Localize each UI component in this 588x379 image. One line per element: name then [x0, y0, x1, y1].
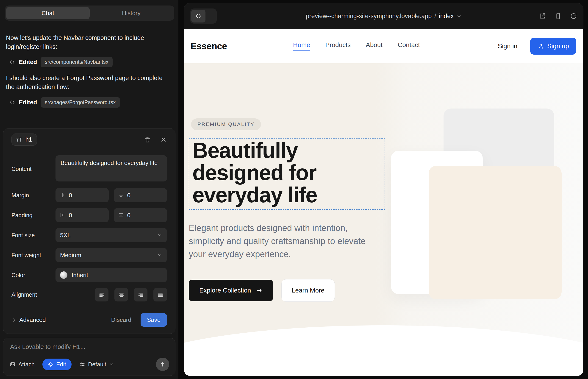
chevron-down-icon — [456, 14, 461, 19]
lovable-chat-panel: Chat History Now let's update the Navbar… — [0, 0, 178, 379]
font-size-label: Font size — [12, 232, 56, 238]
align-center-button[interactable] — [114, 288, 128, 301]
sign-up-button[interactable]: Sign up — [530, 38, 576, 55]
chat-composer: Attach Edit Default — [3, 338, 175, 376]
mobile-view-icon[interactable] — [554, 12, 562, 20]
url-separator: / — [434, 13, 436, 20]
explore-collection-button[interactable]: Explore Collection — [189, 280, 273, 301]
color-value: Inherit — [72, 272, 88, 279]
selected-element-tag[interactable]: TT h1 — [12, 134, 37, 146]
learn-more-button[interactable]: Learn More — [281, 279, 335, 302]
save-button[interactable]: Save — [140, 313, 167, 327]
editor-header: TT h1 — [12, 134, 167, 146]
preview-url[interactable]: preview--charming-site-symphony.lovable.… — [306, 13, 462, 20]
tab-history[interactable]: History — [90, 7, 173, 19]
padding-label: Padding — [12, 212, 56, 219]
nav-link-home[interactable]: Home — [293, 41, 310, 51]
attach-button[interactable]: Attach — [10, 361, 35, 368]
alignment-label: Alignment — [12, 291, 56, 298]
arrow-right-icon — [256, 287, 263, 294]
panel-tabs: Chat History — [5, 5, 174, 21]
padding-vertical-input[interactable]: 0 — [114, 208, 167, 222]
close-editor-icon[interactable] — [160, 136, 167, 143]
advanced-label: Advanced — [19, 316, 46, 323]
discard-button[interactable]: Discard — [111, 316, 131, 323]
padding-vertical-value: 0 — [127, 212, 130, 219]
chevron-right-icon — [12, 317, 16, 323]
sliders-icon — [79, 361, 85, 367]
preview-toolbar: preview--charming-site-symphony.lovable.… — [184, 3, 583, 29]
font-size-select[interactable]: 5XL — [56, 228, 167, 242]
chat-message: I should also create a Forgot Password p… — [6, 74, 167, 92]
send-button[interactable] — [156, 358, 169, 371]
person-icon — [538, 43, 544, 49]
selected-element-outline[interactable]: Beautifully designed for everyday life — [189, 138, 385, 210]
hero-paragraph: Elegant products designed with intention… — [189, 222, 371, 261]
align-left-button[interactable] — [95, 288, 108, 301]
font-size-row: Font size 5XL — [12, 228, 167, 242]
code-view-toggle[interactable] — [190, 8, 217, 24]
padding-vertical-icon — [118, 212, 124, 218]
sign-up-label: Sign up — [547, 42, 569, 50]
explore-collection-label: Explore Collection — [199, 287, 251, 294]
margin-row: Margin 0 0 — [12, 188, 167, 202]
edited-file-row[interactable]: Edited src/pages/ForgotPassword.tsx — [9, 97, 172, 108]
font-weight-label: Font weight — [12, 252, 56, 259]
margin-horizontal-input[interactable]: 0 — [56, 188, 109, 202]
decorative-bottom-curve — [184, 325, 583, 376]
site-navbar: Essence Home Products About Contact Sign… — [184, 29, 583, 63]
edited-label: Edited — [19, 99, 37, 106]
premium-quality-badge: PREMIUM QUALITY — [191, 118, 261, 130]
default-label: Default — [88, 361, 106, 368]
delete-element-button[interactable] — [144, 136, 151, 143]
color-swatch — [60, 271, 67, 279]
chevron-down-icon — [109, 362, 114, 367]
margin-vertical-input[interactable]: 0 — [114, 188, 167, 202]
padding-horizontal-input[interactable]: 0 — [56, 208, 109, 222]
edited-file-row[interactable]: Edited src/components/Navbar.tsx — [9, 57, 172, 67]
element-tag-label: h1 — [25, 136, 32, 143]
open-in-new-tab-icon[interactable] — [539, 12, 546, 20]
site-brand[interactable]: Essence — [191, 41, 227, 51]
align-right-button[interactable] — [134, 288, 147, 301]
content-input[interactable]: Beautifully designed for everyday life — [56, 155, 167, 181]
file-path-badge[interactable]: src/pages/ForgotPassword.tsx — [41, 97, 120, 108]
font-weight-select[interactable]: Medium — [56, 248, 167, 262]
preview-panel: preview--charming-site-symphony.lovable.… — [178, 0, 588, 379]
sign-in-link[interactable]: Sign in — [498, 42, 517, 50]
nav-link-products[interactable]: Products — [325, 41, 351, 51]
model-default-button[interactable]: Default — [79, 361, 114, 368]
margin-horizontal-value: 0 — [69, 192, 72, 199]
edit-mode-button[interactable]: Edit — [42, 359, 72, 370]
margin-vertical-icon — [118, 192, 124, 198]
arrow-up-icon — [159, 361, 166, 367]
attach-label: Attach — [18, 361, 35, 368]
hero-section: PREMIUM QUALITY Beautifully designed for… — [184, 63, 583, 376]
margin-label: Margin — [12, 192, 56, 199]
target-icon — [48, 362, 53, 367]
align-justify-button[interactable] — [154, 288, 167, 301]
font-size-value: 5XL — [60, 232, 71, 239]
margin-horizontal-icon — [60, 192, 65, 198]
composer-input[interactable] — [10, 344, 168, 354]
color-label: Color — [12, 272, 56, 279]
alignment-row: Alignment — [12, 288, 167, 301]
font-weight-row: Font weight Medium — [12, 248, 167, 262]
font-weight-value: Medium — [60, 252, 81, 259]
color-select[interactable]: Inherit — [56, 268, 167, 282]
file-path-badge[interactable]: src/components/Navbar.tsx — [41, 57, 112, 67]
advanced-toggle[interactable]: Advanced — [12, 316, 46, 323]
refresh-icon[interactable] — [570, 12, 577, 20]
chat-message: Now let's update the Navbar component to… — [6, 33, 167, 51]
padding-horizontal-value: 0 — [69, 212, 72, 219]
hero-heading[interactable]: Beautifully designed for everyday life — [192, 140, 381, 206]
site-nav-links: Home Products About Contact — [293, 41, 420, 51]
nav-link-contact[interactable]: Contact — [398, 41, 420, 51]
padding-horizontal-icon — [60, 212, 65, 218]
content-row: Content Beautifully designed for everyda… — [12, 155, 167, 182]
nav-link-about[interactable]: About — [366, 41, 383, 51]
element-editor-panel: TT h1 Content Beautifully designed for e… — [3, 128, 175, 334]
color-row: Color Inherit — [12, 268, 167, 282]
tab-chat[interactable]: Chat — [6, 7, 90, 19]
chevron-down-icon — [157, 252, 162, 258]
